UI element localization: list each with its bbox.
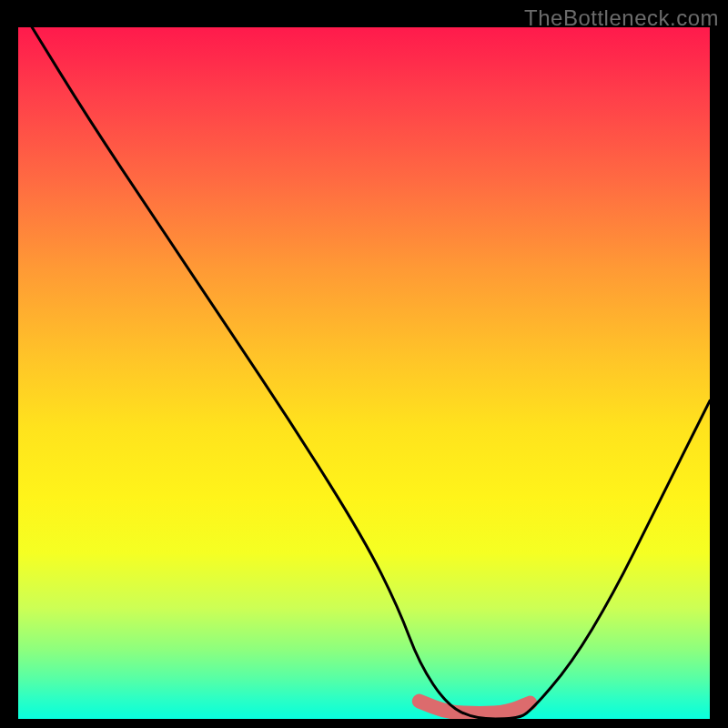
watermark-text: TheBottleneck.com bbox=[524, 5, 719, 31]
optimal-region-highlight bbox=[420, 702, 531, 714]
chart-svg-layer bbox=[18, 27, 710, 719]
bottleneck-curve bbox=[32, 27, 710, 719]
chart-plot-area bbox=[18, 27, 710, 719]
